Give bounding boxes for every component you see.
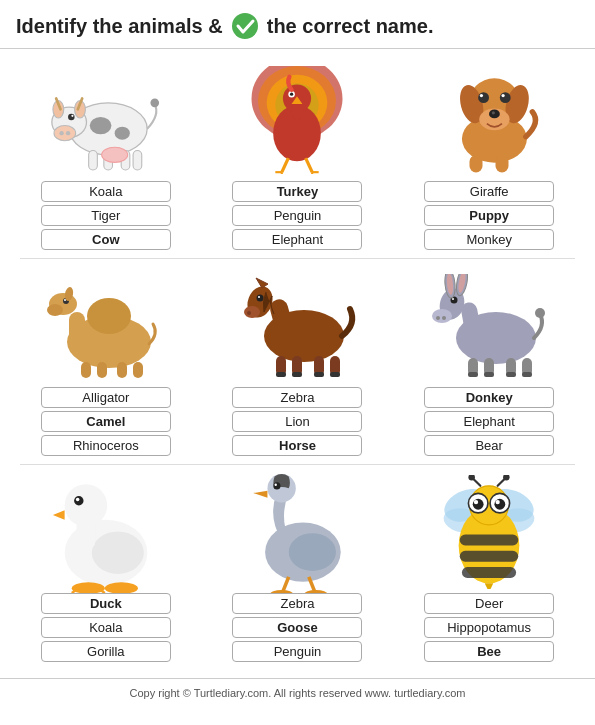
option-btn-zebra[interactable]: Zebra xyxy=(232,387,362,408)
svg-rect-133 xyxy=(460,535,519,546)
svg-point-112 xyxy=(76,498,80,502)
svg-point-18 xyxy=(59,131,63,135)
svg-point-17 xyxy=(54,125,76,140)
svg-point-139 xyxy=(473,499,484,510)
svg-rect-103 xyxy=(506,372,516,377)
svg-rect-81 xyxy=(276,372,286,377)
animal-cell-camel: AlligatorCamelRhinoceros xyxy=(10,263,202,460)
option-btn-turkey[interactable]: Turkey xyxy=(232,181,362,202)
options-list-puppy: GiraffePuppyMonkey xyxy=(399,181,579,250)
svg-point-75 xyxy=(258,296,260,298)
animal-cell-bee: DeerHippopotamusBee xyxy=(393,469,585,666)
svg-rect-67 xyxy=(117,362,127,378)
options-list-duck: DuckKoalaGorilla xyxy=(16,593,196,662)
option-btn-camel[interactable]: Camel xyxy=(41,411,171,432)
option-btn-monkey[interactable]: Monkey xyxy=(424,229,554,250)
svg-rect-25 xyxy=(133,150,142,169)
animal-image-duck xyxy=(41,477,171,587)
options-list-turkey: TurkeyPenguinElephant xyxy=(208,181,388,250)
svg-point-92 xyxy=(452,298,454,300)
svg-point-140 xyxy=(495,499,506,510)
animal-grid: KoalaTigerCow xyxy=(0,49,595,674)
option-btn-donkey[interactable]: Donkey xyxy=(424,387,554,408)
option-btn-puppy[interactable]: Puppy xyxy=(424,205,554,226)
svg-point-63 xyxy=(64,299,66,301)
option-btn-cow[interactable]: Cow xyxy=(41,229,171,250)
svg-rect-59 xyxy=(69,312,85,342)
svg-point-58 xyxy=(87,298,131,334)
svg-marker-147 xyxy=(485,583,494,588)
option-btn-hippopotamus[interactable]: Hippopotamus xyxy=(424,617,554,638)
option-btn-lion[interactable]: Lion xyxy=(232,411,362,432)
animal-image-cow xyxy=(41,65,171,175)
svg-point-52 xyxy=(500,92,511,103)
svg-point-73 xyxy=(247,311,251,315)
svg-point-8 xyxy=(232,13,258,39)
options-list-bee: DeerHippopotamusBee xyxy=(399,593,579,662)
svg-point-20 xyxy=(68,113,74,119)
animal-image-horse xyxy=(232,271,362,381)
svg-point-74 xyxy=(257,294,264,301)
option-btn-deer[interactable]: Deer xyxy=(424,593,554,614)
option-btn-bee[interactable]: Bee xyxy=(424,641,554,662)
svg-marker-110 xyxy=(53,510,65,519)
animal-cell-goose: ZebraGoosePenguin xyxy=(202,469,394,666)
svg-point-122 xyxy=(274,482,281,489)
svg-rect-101 xyxy=(468,372,478,377)
svg-point-89 xyxy=(436,316,440,320)
animal-image-puppy xyxy=(424,65,554,175)
option-btn-tiger[interactable]: Tiger xyxy=(41,205,171,226)
svg-rect-83 xyxy=(314,372,324,377)
animal-image-goose xyxy=(232,477,362,587)
option-btn-goose[interactable]: Goose xyxy=(232,617,362,638)
option-btn-duck[interactable]: Duck xyxy=(41,593,171,614)
svg-point-119 xyxy=(289,533,336,571)
svg-rect-22 xyxy=(88,150,97,169)
option-btn-rhinoceros[interactable]: Rhinoceros xyxy=(41,435,171,456)
animal-image-camel xyxy=(41,271,171,381)
option-btn-koala[interactable]: Koala xyxy=(41,181,171,202)
svg-point-54 xyxy=(502,94,505,97)
option-btn-gorilla[interactable]: Gorilla xyxy=(41,641,171,662)
svg-point-72 xyxy=(244,306,260,318)
animal-cell-puppy: GiraffePuppyMonkey xyxy=(393,57,585,254)
option-btn-alligator[interactable]: Alligator xyxy=(41,387,171,408)
svg-point-27 xyxy=(101,147,127,162)
animal-image-bee xyxy=(424,477,554,587)
svg-rect-134 xyxy=(460,551,519,562)
animal-image-turkey xyxy=(232,65,362,175)
option-btn-zebra[interactable]: Zebra xyxy=(232,593,362,614)
options-list-donkey: DonkeyElephantBear xyxy=(399,387,579,456)
svg-rect-65 xyxy=(81,362,91,378)
option-btn-penguin[interactable]: Penguin xyxy=(232,641,362,662)
option-btn-penguin[interactable]: Penguin xyxy=(232,205,362,226)
svg-point-34 xyxy=(292,103,303,120)
option-btn-bear[interactable]: Bear xyxy=(424,435,554,456)
option-btn-giraffe[interactable]: Giraffe xyxy=(424,181,554,202)
svg-point-51 xyxy=(478,92,489,103)
option-btn-elephant[interactable]: Elephant xyxy=(232,229,362,250)
svg-point-26 xyxy=(150,98,159,107)
svg-point-11 xyxy=(114,126,129,139)
svg-point-123 xyxy=(275,484,277,486)
option-btn-koala[interactable]: Koala xyxy=(41,617,171,638)
options-list-camel: AlligatorCamelRhinoceros xyxy=(16,387,196,456)
options-list-goose: ZebraGoosePenguin xyxy=(208,593,388,662)
page-header: Identify the animals & the correct name. xyxy=(0,0,595,49)
svg-rect-55 xyxy=(470,155,483,172)
section-divider xyxy=(20,464,575,465)
option-btn-elephant[interactable]: Elephant xyxy=(424,411,554,432)
svg-rect-68 xyxy=(133,362,143,378)
svg-point-61 xyxy=(47,304,63,316)
svg-point-53 xyxy=(480,94,483,97)
header-text1: Identify the animals & xyxy=(16,15,223,38)
svg-point-10 xyxy=(90,117,112,134)
svg-point-90 xyxy=(442,316,446,320)
svg-rect-135 xyxy=(462,567,516,578)
option-btn-horse[interactable]: Horse xyxy=(232,435,362,456)
animal-cell-horse: ZebraLionHorse xyxy=(202,263,394,460)
svg-point-37 xyxy=(290,92,293,95)
svg-point-105 xyxy=(535,308,545,318)
section-divider xyxy=(20,258,575,259)
svg-rect-104 xyxy=(522,372,532,377)
